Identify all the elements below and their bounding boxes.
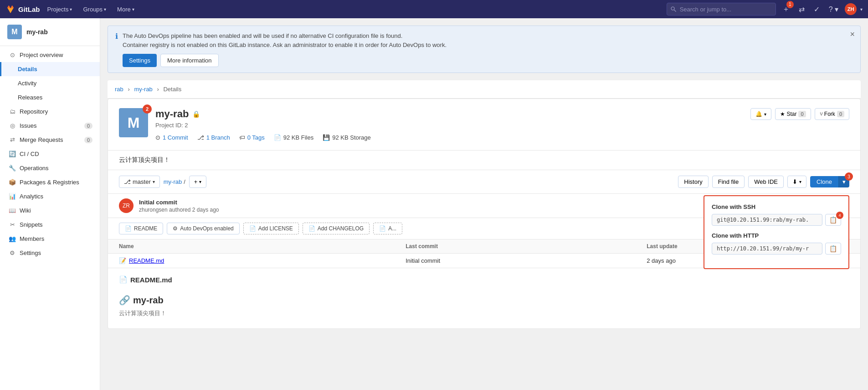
add-file-btn[interactable]: + ▾: [189, 176, 207, 188]
readme-description: 云计算顶尖项目！: [119, 309, 849, 317]
history-button[interactable]: History: [678, 176, 708, 188]
repo-path-link[interactable]: my-rab: [164, 178, 182, 185]
repo-actions: History Find file Web IDE ⬇ ▾ Clone ▾ 3: [678, 176, 849, 188]
tag-icon: 🏷: [239, 134, 245, 141]
ssh-copy-button[interactable]: 📋 4: [825, 214, 841, 226]
fork-button[interactable]: ⑂ Fork 0: [815, 108, 849, 120]
branches-link[interactable]: 1 Branch: [206, 134, 230, 141]
auto-devops-icon: ⚙: [173, 225, 178, 232]
issues-btn[interactable]: ✓: [811, 3, 822, 16]
more-info-button[interactable]: More information: [160, 54, 219, 67]
sidebar-item-snippets[interactable]: ✂ Snippets: [0, 218, 100, 232]
alert-banner: ℹ The Auto DevOps pipeline has been enab…: [108, 26, 861, 73]
http-copy-icon: 📋: [829, 245, 837, 252]
copy-ssh-badge: 4: [836, 212, 843, 219]
analytics-icon: 📊: [9, 193, 16, 200]
more-shortcut-icon: 📄: [379, 225, 386, 232]
web-ide-button[interactable]: Web IDE: [748, 176, 784, 188]
add-license-shortcut[interactable]: 📄 Add LICENSE: [243, 223, 299, 234]
readme-section-title: 📄 README.md: [119, 276, 849, 284]
find-file-button[interactable]: Find file: [712, 176, 745, 188]
add-dropdown-icon: ▾: [199, 179, 201, 184]
merge-requests-btn[interactable]: ⇄: [796, 3, 807, 16]
stat-branches: ⎇ 1 Branch: [197, 134, 230, 141]
gitlab-logo[interactable]: GitLab: [5, 4, 40, 14]
http-copy-button[interactable]: 📋: [825, 243, 841, 255]
groups-nav-btn[interactable]: Groups ▾: [79, 4, 110, 15]
readme-shortcut[interactable]: 📄 README: [119, 223, 163, 234]
commits-link[interactable]: 1 Commit: [163, 134, 188, 141]
repo-toolbar: ⎇ master ▾ my-rab / + ▾ History Find fil…: [108, 170, 860, 194]
project-title: my-rab 🔒: [155, 108, 743, 120]
sidebar-item-issues[interactable]: ◎ Issues 0: [0, 119, 100, 133]
alert-close-button[interactable]: ×: [850, 30, 855, 39]
avatar-dropdown-icon[interactable]: ▾: [860, 7, 863, 12]
issues-icon: ◎: [9, 122, 16, 129]
file-name: 📝 README.md: [119, 257, 384, 264]
readme-heading: 🔗 my-rab: [119, 295, 849, 306]
breadcrumb-rab[interactable]: rab: [115, 86, 123, 93]
merge-requests-icon: ⇄: [9, 136, 16, 143]
project-actions: 🔔 ▾ ★ Star 0 ⑂ Fork 0: [750, 108, 849, 120]
ssh-url-input[interactable]: [712, 214, 822, 226]
stat-commits: ⊙ 1 Commit: [155, 134, 188, 141]
file-icon: 📝: [119, 257, 126, 264]
members-icon: 👥: [9, 235, 16, 242]
svg-point-0: [671, 7, 674, 10]
project-name: my-rab: [155, 108, 189, 120]
download-button[interactable]: ⬇ ▾: [787, 176, 806, 188]
file-link[interactable]: README.md: [129, 257, 164, 264]
sidebar-item-merge-requests[interactable]: ⇄ Merge Requests 0: [0, 133, 100, 147]
stat-storage: 💾 92 KB Storage: [323, 134, 371, 141]
snippets-icon: ✂: [9, 221, 16, 228]
branch-selector[interactable]: ⎇ master ▾: [119, 176, 160, 188]
sidebar-item-activity[interactable]: Activity: [0, 76, 100, 90]
project-id: Project ID: 2: [155, 122, 743, 129]
sidebar-item-analytics[interactable]: 📊 Analytics: [0, 189, 100, 203]
search-input[interactable]: [667, 3, 776, 16]
star-count: 0: [798, 111, 806, 117]
sidebar-item-repository[interactable]: 🗂 Repository: [0, 104, 100, 119]
clone-main-button[interactable]: Clone: [810, 176, 838, 187]
breadcrumb-sep2: ›: [157, 86, 159, 93]
download-dropdown-icon: ▾: [799, 179, 801, 184]
changelog-icon: 📄: [308, 225, 315, 232]
repository-icon: 🗂: [9, 108, 16, 115]
auto-devops-shortcut[interactable]: ⚙ Auto DevOps enabled: [167, 223, 239, 234]
add-changelog-shortcut[interactable]: 📄 Add CHANGELOG: [303, 223, 370, 234]
watch-button[interactable]: 🔔 ▾: [750, 108, 771, 120]
projects-nav-btn[interactable]: Projects ▾: [44, 4, 76, 15]
download-icon: ⬇: [792, 178, 797, 185]
gitlab-text: GitLab: [18, 5, 40, 13]
watch-icon: 🔔: [755, 111, 762, 117]
branch-icon: ⎇: [124, 178, 131, 185]
http-url-input[interactable]: [712, 243, 822, 255]
tags-link[interactable]: 0 Tags: [247, 134, 265, 141]
breadcrumb-my-rab[interactable]: my-rab: [134, 86, 152, 93]
more-nav-btn[interactable]: More ▾: [113, 4, 138, 15]
new-item-btn[interactable]: ＋ 1: [780, 3, 792, 16]
readme-title-icon: 📄: [119, 276, 128, 284]
svg-line-1: [674, 10, 676, 11]
star-button[interactable]: ★ Star 0: [775, 108, 811, 120]
sidebar-item-cicd[interactable]: 🔄 CI / CD: [0, 147, 100, 161]
alert-line2: Container registry is not enabled on thi…: [123, 41, 447, 50]
file-name-cell: 📝 README.md: [108, 254, 395, 268]
sidebar-item-details[interactable]: Details: [0, 62, 100, 76]
sidebar-item-project-overview[interactable]: ⊙ Project overview: [0, 48, 100, 62]
sidebar-item-wiki[interactable]: 📖 Wiki: [0, 203, 100, 218]
sidebar-item-settings[interactable]: ⚙ Settings: [0, 246, 100, 260]
settings-button[interactable]: Settings: [123, 54, 157, 67]
storage-label: 92 KB Storage: [332, 134, 371, 141]
storage-icon: 💾: [323, 134, 330, 141]
sidebar-item-packages[interactable]: 📦 Packages & Registries: [0, 175, 100, 189]
user-avatar[interactable]: ZH: [845, 3, 857, 15]
help-btn[interactable]: ? ▾: [826, 3, 841, 16]
sidebar-item-members[interactable]: 👥 Members: [0, 232, 100, 246]
ssh-copy-icon: 📋: [829, 216, 837, 224]
wiki-icon: 📖: [9, 207, 16, 214]
sidebar-item-operations[interactable]: 🔧 Operations: [0, 161, 100, 175]
project-content: M 2 my-rab 🔒 Project ID: 2 ⊙ 1 Commit: [108, 99, 861, 329]
sidebar-item-releases[interactable]: Releases: [0, 90, 100, 104]
add-more-shortcut[interactable]: 📄 A...: [373, 223, 402, 234]
